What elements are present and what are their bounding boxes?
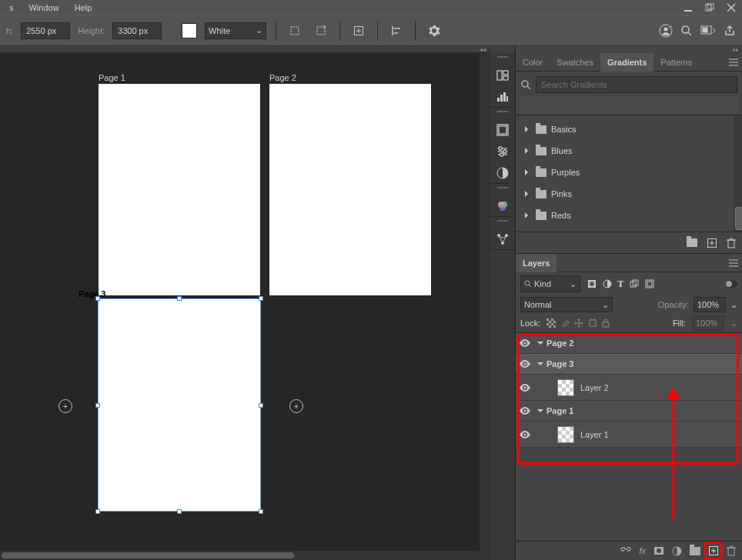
channels-icon[interactable] [496, 199, 510, 213]
filter-adjustment-icon[interactable] [602, 278, 613, 289]
artboard-label-page1[interactable]: Page 1 [99, 73, 125, 82]
gradient-folder[interactable]: Purples [516, 162, 734, 183]
artboard-label-page3[interactable]: Page 3 [79, 289, 105, 298]
blend-mode-select[interactable]: Normal⌄ [520, 297, 613, 312]
filter-toggle[interactable] [725, 280, 737, 288]
gradient-folder[interactable]: Blues [516, 140, 734, 162]
window-maximize-icon[interactable] [702, 2, 717, 13]
panel-menu-icon[interactable] [725, 259, 742, 267]
lock-all-icon[interactable] [602, 318, 610, 328]
layer-artboard-row[interactable]: Page 1 [516, 401, 742, 422]
filter-pixel-icon[interactable] [587, 278, 597, 289]
add-artboard-right-icon[interactable]: + [289, 399, 303, 413]
window-close-icon[interactable] [724, 2, 739, 13]
crop-icon[interactable] [286, 22, 304, 40]
libraries-icon[interactable] [496, 68, 510, 82]
add-artboard-left-icon[interactable]: + [58, 399, 72, 413]
tab-swatches[interactable]: Swatches [550, 53, 600, 72]
horizontal-scrollbar[interactable] [0, 551, 489, 560]
chevron-down-icon[interactable] [534, 340, 546, 346]
layer-row[interactable]: Layer 2 [516, 375, 742, 401]
window-minimize-icon[interactable] [680, 2, 696, 13]
lock-paint-icon[interactable] [560, 318, 570, 328]
vertical-scrollbar[interactable] [480, 53, 489, 551]
visibility-icon[interactable] [516, 360, 534, 368]
gradients-scrollbar[interactable] [734, 115, 742, 232]
filter-type-icon[interactable]: T [617, 278, 624, 290]
lock-artboard-icon[interactable] [588, 318, 597, 328]
bgcolor-swatch[interactable] [182, 23, 197, 38]
visibility-icon[interactable] [516, 339, 534, 347]
search-gradients-input[interactable] [536, 76, 737, 93]
layer-name[interactable]: Page 2 [546, 338, 573, 348]
paths-icon[interactable] [496, 232, 510, 246]
filter-smart-icon[interactable] [644, 278, 655, 289]
group-icon[interactable] [690, 547, 700, 555]
tab-color[interactable]: Color [516, 53, 550, 72]
visibility-icon[interactable] [516, 407, 534, 415]
artboard-label-page2[interactable]: Page 2 [269, 73, 296, 82]
histogram-icon[interactable] [496, 90, 510, 104]
brush-icon[interactable] [496, 166, 510, 180]
artboard-page2[interactable] [269, 84, 431, 295]
layer-thumbnail[interactable] [557, 426, 574, 443]
fx-icon[interactable]: fx [639, 546, 646, 555]
trash-icon[interactable] [727, 238, 736, 248]
adjustments-icon[interactable] [496, 145, 510, 158]
lock-position-icon[interactable] [574, 318, 583, 328]
filter-kind-select[interactable]: Kind ⌄ [520, 275, 580, 292]
menu-help[interactable]: Help [69, 2, 99, 14]
chevron-down-icon[interactable] [534, 408, 546, 414]
layer-name[interactable]: Layer 1 [580, 430, 609, 439]
layer-thumbnail[interactable] [557, 379, 574, 396]
gear-icon[interactable] [425, 22, 443, 40]
crop-rotate-icon[interactable] [312, 22, 330, 40]
tab-gradients[interactable]: Gradients [600, 53, 653, 72]
new-layer-icon[interactable] [708, 545, 719, 556]
collapse-right-icon[interactable]: ▸▸ [733, 46, 739, 53]
visibility-icon[interactable] [516, 431, 534, 438]
gradient-folder[interactable]: Pinks [516, 183, 734, 205]
artboard-page1[interactable] [99, 84, 260, 295]
new-artboard-icon[interactable] [349, 22, 368, 40]
adjustment-layer-icon[interactable] [672, 546, 682, 556]
mask-icon[interactable] [653, 546, 664, 555]
link-layers-icon[interactable] [620, 546, 631, 555]
chevron-down-icon[interactable] [534, 361, 546, 367]
search-icon[interactable] [680, 25, 693, 37]
panel-menu-icon[interactable] [725, 58, 742, 66]
gradient-folder[interactable]: Basics [516, 118, 734, 140]
new-gradient-icon[interactable] [707, 238, 717, 248]
layer-row[interactable]: Layer 1 [516, 422, 742, 448]
tab-patterns[interactable]: Patterns [653, 53, 699, 72]
opacity-field[interactable]: 100% [694, 297, 726, 312]
layer-artboard-row[interactable]: Page 3 [516, 354, 742, 375]
lock-transparency-icon[interactable] [546, 318, 556, 328]
gradient-folder[interactable]: Reds [516, 205, 734, 226]
height-field[interactable]: 3300 px [112, 22, 162, 39]
align-icon[interactable] [387, 22, 406, 40]
canvas[interactable]: Page 1 Page 2 Page 3 + + [0, 53, 480, 551]
visibility-icon[interactable] [516, 384, 534, 392]
folder-group-icon[interactable] [687, 238, 697, 247]
layer-name[interactable]: Page 3 [546, 359, 573, 368]
search-icon[interactable] [520, 79, 531, 90]
layer-artboard-row[interactable]: Page 2 [516, 333, 742, 354]
properties-icon[interactable] [496, 123, 510, 137]
share-icon[interactable] [724, 25, 736, 37]
trash-icon[interactable] [727, 545, 736, 556]
layer-name[interactable]: Layer 2 [580, 383, 609, 392]
chevron-down-icon[interactable]: ⌄ [730, 300, 737, 310]
workspace-icon[interactable] [700, 25, 716, 37]
recent-gradients[interactable] [520, 96, 737, 113]
tab-layers[interactable]: Layers [516, 254, 556, 272]
menu-window[interactable]: Window [23, 2, 65, 14]
layer-name[interactable]: Page 1 [546, 406, 573, 415]
artboard-page3[interactable] [99, 299, 260, 511]
menu-stub[interactable]: s [3, 2, 20, 14]
bgcolor-select[interactable]: White⌄ [205, 22, 266, 39]
collapse-left-icon[interactable]: ◂◂ [480, 46, 486, 53]
cloud-user-icon[interactable] [659, 24, 673, 38]
width-field[interactable]: 2550 px [21, 22, 70, 39]
filter-shape-icon[interactable] [629, 278, 640, 289]
